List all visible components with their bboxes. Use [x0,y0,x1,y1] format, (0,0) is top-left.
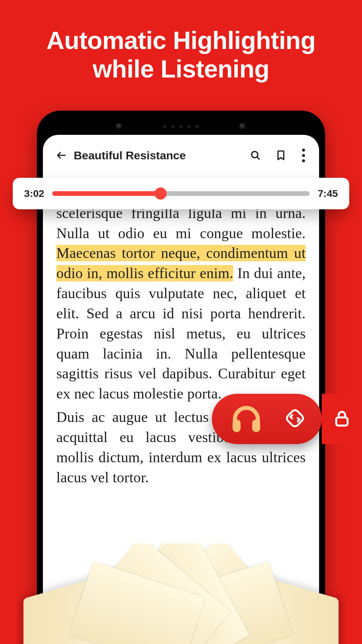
bookmark-icon [275,150,287,161]
phone-screen: Beautiful Resistance eleifend porttitor,… [43,135,319,644]
overflow-menu-button[interactable] [300,149,307,162]
sensor-dot [116,123,123,130]
lock-button[interactable] [322,394,362,444]
search-button[interactable] [249,149,262,162]
floating-action-bar [212,394,362,444]
rotate-icon [283,406,307,430]
listen-button[interactable] [228,400,265,438]
lock-icon [332,409,352,428]
dot-icon [302,154,305,157]
rotate-button[interactable] [283,406,307,432]
app-bar: Beautiful Resistance [43,135,319,171]
bookmark-button[interactable] [274,149,288,162]
svg-rect-4 [336,418,348,426]
svg-rect-3 [285,409,304,428]
speaker-grill [163,125,199,128]
svg-rect-1 [233,419,241,432]
headline-line-2: while Listening [93,55,269,83]
app-bar-actions [249,149,307,162]
svg-rect-2 [252,419,260,432]
dot-icon [302,159,305,162]
reader-paragraph: eleifend porttitor, orci est vehicula ve… [56,183,306,404]
search-icon [250,150,261,161]
phone-sensor-bar [43,118,319,135]
seek-track[interactable] [52,191,310,196]
dot-icon [302,149,305,152]
seek-track-fill [52,191,161,196]
total-time: 7:45 [318,188,338,199]
action-pill [212,394,322,444]
sensor-dot [239,123,246,130]
arrow-left-icon [56,150,67,161]
page-title: Beautiful Resistance [74,149,249,162]
seek-thumb[interactable] [155,187,167,200]
headline-line-1: Automatic Highlighting [47,26,316,54]
text-after-highlight: In dui ante, faucibus quis vulputate nec… [56,265,306,402]
back-button[interactable] [54,148,69,163]
playback-progress-card: 3:02 7:45 [13,178,349,209]
elapsed-time: 3:02 [24,188,44,199]
promo-headline: Automatic Highlighting while Listening [0,0,362,83]
headphones-icon [228,400,265,437]
